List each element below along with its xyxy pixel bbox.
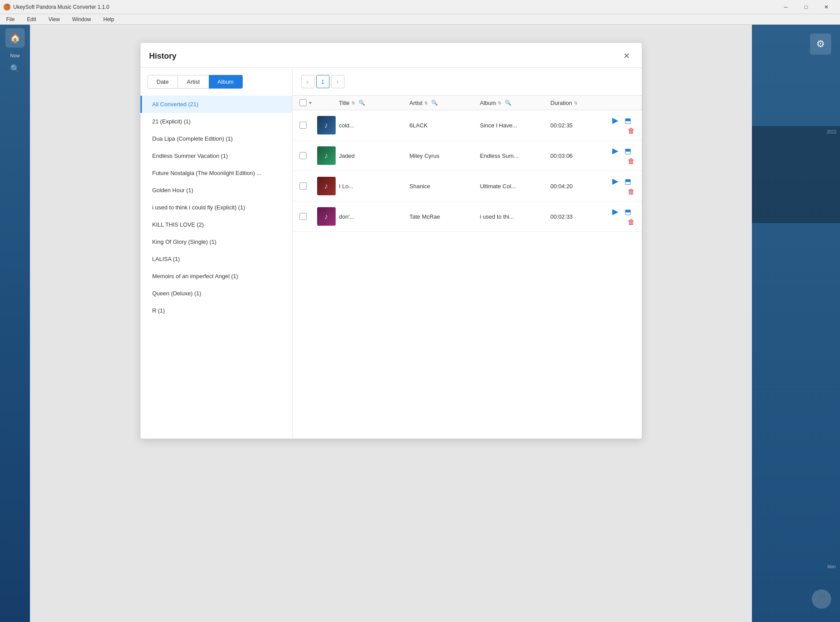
row4-checkbox[interactable] bbox=[300, 213, 307, 220]
sidebar-search-button[interactable]: 🔍 bbox=[10, 64, 20, 74]
header-title-col: Title ⇅ 🔍 bbox=[339, 100, 410, 106]
row1-artist: 6LACK bbox=[410, 122, 428, 129]
filter-item-21[interactable]: 21 (Explicit) (1) bbox=[141, 113, 292, 130]
header-checkbox-col: ▼ bbox=[300, 99, 317, 106]
duration-sort-icon[interactable]: ⇅ bbox=[574, 101, 577, 105]
edition-label: ition bbox=[828, 564, 836, 569]
title-sort-icon[interactable]: ⇅ bbox=[352, 101, 355, 105]
menu-help[interactable]: Help bbox=[101, 15, 117, 23]
checkbox-dropdown[interactable]: ▼ bbox=[308, 101, 313, 105]
row4-duration: 00:02:33 bbox=[551, 213, 573, 220]
app-container: 🏠 Now 🔍 History ✕ bbox=[0, 25, 840, 622]
sidebar-home-button[interactable]: 🏠 bbox=[5, 28, 25, 48]
table-row: ♪ Jaded Miley Cyrus Endless Sum... bbox=[292, 141, 642, 171]
album-col-label: Album bbox=[480, 100, 496, 106]
row4-folder-button[interactable]: ⬒ bbox=[625, 208, 631, 216]
album-sort-icon[interactable]: ⇅ bbox=[498, 101, 501, 105]
row4-actions: ▶ ⬒ 🗑 bbox=[612, 207, 635, 226]
filter-item-kill[interactable]: KILL THIS LOVE (2) bbox=[141, 216, 292, 233]
menu-edit[interactable]: Edit bbox=[24, 15, 39, 23]
dialog-close-button[interactable]: ✕ bbox=[621, 50, 633, 62]
dialog-header: History ✕ bbox=[141, 43, 642, 68]
add-music-button[interactable]: 🎵 bbox=[812, 589, 831, 609]
tab-date[interactable]: Date bbox=[148, 75, 178, 89]
app-icon: 🎵 bbox=[4, 4, 11, 11]
artist-sort-icon[interactable]: ⇅ bbox=[424, 101, 428, 105]
table-header: ▼ Title ⇅ 🔍 bbox=[292, 95, 642, 110]
content-panel: ‹ 1 › ▼ bbox=[292, 68, 642, 439]
tab-album[interactable]: Album bbox=[209, 75, 243, 89]
history-dialog: History ✕ Date Artist Album bbox=[140, 42, 642, 439]
album-search-icon[interactable]: 🔍 bbox=[505, 100, 511, 106]
row3-thumbnail: ♪ bbox=[317, 177, 336, 195]
row1-thumbnail: ♪ bbox=[317, 116, 336, 134]
main-area: History ✕ Date Artist Album bbox=[30, 25, 752, 622]
right-panel: ⚙ 2022 ition 🎵 bbox=[752, 25, 840, 622]
row1-folder-button[interactable]: ⬒ bbox=[625, 116, 631, 125]
music-note-icon: ♪ bbox=[324, 121, 328, 130]
row2-title: Jaded bbox=[339, 153, 355, 159]
filter-item-lalisa[interactable]: LALISA (1) bbox=[141, 250, 292, 268]
row2-album: Endless Sum... bbox=[480, 153, 518, 159]
row3-folder-button[interactable]: ⬒ bbox=[625, 177, 631, 186]
window-controls: ─ □ ✕ bbox=[776, 0, 836, 14]
title-col-label: Title bbox=[339, 100, 350, 106]
title-search-icon[interactable]: 🔍 bbox=[359, 100, 365, 106]
row4-delete-button[interactable]: 🗑 bbox=[628, 218, 635, 226]
dialog-overlay: History ✕ Date Artist Album bbox=[30, 25, 752, 622]
row2-delete-button[interactable]: 🗑 bbox=[628, 157, 635, 165]
row1-delete-button[interactable]: 🗑 bbox=[628, 127, 635, 135]
menu-view[interactable]: View bbox=[46, 15, 63, 23]
select-all-checkbox[interactable] bbox=[300, 99, 307, 106]
row1-actions: ▶ ⬒ 🗑 bbox=[612, 115, 635, 135]
row1-duration: 00:02:35 bbox=[551, 122, 573, 129]
sidebar-now-label: Now bbox=[9, 51, 21, 60]
row3-checkbox[interactable] bbox=[300, 183, 307, 190]
row3-play-button[interactable]: ▶ bbox=[612, 176, 618, 186]
row1-title: cold... bbox=[339, 122, 355, 129]
row2-actions: ▶ ⬒ 🗑 bbox=[612, 146, 635, 165]
artist-col-label: Artist bbox=[410, 100, 423, 106]
music-note-icon: ♪ bbox=[324, 151, 328, 160]
pagination: ‹ 1 › bbox=[292, 68, 642, 95]
close-button[interactable]: ✕ bbox=[816, 0, 836, 14]
tab-artist[interactable]: Artist bbox=[178, 75, 209, 89]
row2-play-button[interactable]: ▶ bbox=[612, 146, 618, 156]
filter-item-golden[interactable]: Golden Hour (1) bbox=[141, 182, 292, 199]
row4-artist: Tate McRae bbox=[410, 213, 440, 220]
filter-item-queen[interactable]: Queen (Deluxe) (1) bbox=[141, 285, 292, 302]
restore-button[interactable]: □ bbox=[796, 0, 816, 14]
filter-item-king[interactable]: King Of Glory (Single) (1) bbox=[141, 233, 292, 250]
prev-page-button[interactable]: ‹ bbox=[301, 75, 315, 88]
settings-button[interactable]: ⚙ bbox=[810, 34, 831, 55]
gear-icon: ⚙ bbox=[816, 38, 825, 50]
filter-item-r[interactable]: R (1) bbox=[141, 302, 292, 319]
filter-item-memoirs[interactable]: Memoirs of an imperfect Angel (1) bbox=[141, 268, 292, 285]
artist-search-icon[interactable]: 🔍 bbox=[431, 100, 438, 106]
search-icon: 🔍 bbox=[10, 64, 20, 73]
header-duration-col: Duration ⇅ bbox=[551, 100, 612, 106]
next-page-button[interactable]: › bbox=[331, 75, 344, 88]
row2-folder-button[interactable]: ⬒ bbox=[625, 147, 631, 155]
filter-item-future[interactable]: Future Nostalgia (The Moonlight Edition)… bbox=[141, 164, 292, 182]
filter-item-endless[interactable]: Endless Summer Vacation (1) bbox=[141, 147, 292, 164]
filter-item-iused[interactable]: i used to think i could fly (Explicit) (… bbox=[141, 199, 292, 216]
app-title: UkeySoft Pandora Music Converter 1.1.0 bbox=[13, 4, 776, 10]
table-row: ♪ cold... 6LACK Since I Have... bbox=[292, 110, 642, 141]
menu-file[interactable]: File bbox=[4, 15, 17, 23]
header-artist-col: Artist ⇅ 🔍 bbox=[410, 100, 480, 106]
music-note-icon: ♪ bbox=[324, 182, 328, 191]
menu-window[interactable]: Window bbox=[70, 15, 94, 23]
row4-play-button[interactable]: ▶ bbox=[612, 207, 618, 216]
row3-delete-button[interactable]: 🗑 bbox=[628, 188, 635, 196]
filter-item-dualipa[interactable]: Dua Lipa (Complete Edition) (1) bbox=[141, 130, 292, 147]
table-row: ♪ I Lo... Shanice Ultimate Col... bbox=[292, 171, 642, 201]
row3-album: Ultimate Col... bbox=[480, 183, 516, 190]
minimize-button[interactable]: ─ bbox=[776, 0, 796, 14]
row1-checkbox[interactable] bbox=[300, 122, 307, 129]
row1-play-button[interactable]: ▶ bbox=[612, 115, 618, 125]
header-album-col: Album ⇅ 🔍 bbox=[480, 100, 551, 106]
page-1-button[interactable]: 1 bbox=[316, 75, 329, 88]
filter-item-all[interactable]: All Converted (21) bbox=[141, 96, 292, 113]
row2-checkbox[interactable] bbox=[300, 152, 307, 159]
